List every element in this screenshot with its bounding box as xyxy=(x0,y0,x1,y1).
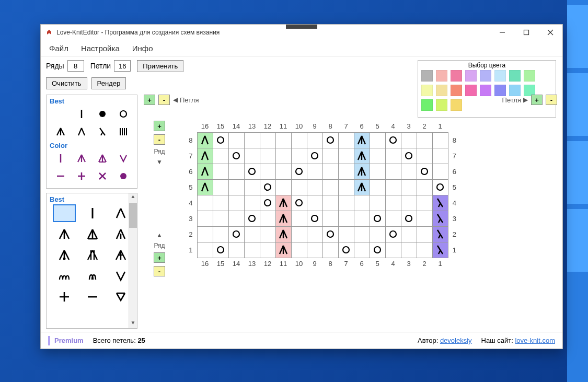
grid-cell[interactable] xyxy=(307,195,322,211)
grid-cell[interactable] xyxy=(275,132,291,148)
symbol-purl-dot[interactable] xyxy=(94,106,111,122)
symbol-color-plus[interactable] xyxy=(73,168,90,184)
grid-cell[interactable] xyxy=(432,195,448,211)
symbol2-loops[interactable] xyxy=(53,267,76,285)
grid-cell[interactable] xyxy=(260,226,275,242)
loop-left-minus-button[interactable]: - xyxy=(158,95,170,105)
grid-cell[interactable] xyxy=(260,242,275,258)
color-swatch[interactable] xyxy=(480,70,491,82)
grid-cell[interactable] xyxy=(370,148,385,164)
grid-cell[interactable] xyxy=(275,226,291,242)
grid-cell[interactable] xyxy=(291,242,307,258)
grid-cell[interactable] xyxy=(322,195,338,211)
loop-right-plus-button[interactable]: + xyxy=(531,95,543,105)
grid-cell[interactable] xyxy=(244,226,260,242)
grid-cell[interactable] xyxy=(338,211,354,226)
grid-cell[interactable] xyxy=(307,211,322,226)
grid-cell[interactable] xyxy=(432,132,448,148)
grid-cell[interactable] xyxy=(213,242,228,258)
grid-cell[interactable] xyxy=(354,195,370,211)
grid-cell[interactable] xyxy=(244,195,260,211)
menu-file[interactable]: Файл xyxy=(43,41,75,56)
grid-cell[interactable] xyxy=(401,164,417,179)
apply-button[interactable]: Применить xyxy=(137,60,183,72)
grid-cell[interactable] xyxy=(260,179,275,195)
grid-cell[interactable] xyxy=(401,195,417,211)
grid-cell[interactable] xyxy=(291,179,307,195)
grid-cell[interactable] xyxy=(385,164,401,179)
symbol-color-dash[interactable] xyxy=(52,168,70,184)
grid-cell[interactable] xyxy=(228,179,244,195)
palette-scrollbar[interactable]: ▲ ▼ xyxy=(129,193,137,328)
symbol2-cdd[interactable] xyxy=(53,225,76,243)
grid-cell[interactable] xyxy=(338,132,354,148)
grid-cell[interactable] xyxy=(244,132,260,148)
symbol2-loops2[interactable] xyxy=(81,267,104,285)
grid-cell[interactable] xyxy=(401,226,417,242)
grid-cell[interactable] xyxy=(244,211,260,226)
grid-cell[interactable] xyxy=(260,164,275,179)
clear-button[interactable]: Очистить xyxy=(46,77,87,89)
grid-cell[interactable] xyxy=(370,226,385,242)
grid-cell[interactable] xyxy=(197,148,213,164)
grid-cell[interactable] xyxy=(291,164,307,179)
symbol2-cdd-dot[interactable] xyxy=(53,246,76,264)
grid-cell[interactable] xyxy=(354,211,370,226)
rows-input[interactable] xyxy=(67,60,84,72)
grid-cell[interactable] xyxy=(275,164,291,179)
grid-cell[interactable] xyxy=(385,179,401,195)
grid-cell[interactable] xyxy=(354,226,370,242)
scroll-up-icon[interactable]: ▲ xyxy=(129,193,137,202)
row-bottom-minus-button[interactable]: - xyxy=(154,266,165,276)
grid-cell[interactable] xyxy=(370,179,385,195)
grid-cell[interactable] xyxy=(213,195,228,211)
grid-cell[interactable] xyxy=(197,164,213,179)
grid-cell[interactable] xyxy=(213,164,228,179)
grid-cell[interactable] xyxy=(307,164,322,179)
symbol-color-knit[interactable] xyxy=(52,151,70,166)
color-swatch[interactable] xyxy=(524,70,535,82)
grid-cell[interactable] xyxy=(354,242,370,258)
grid-cell[interactable] xyxy=(338,226,354,242)
site-link[interactable]: love-knit.com xyxy=(515,337,555,344)
grid-cell[interactable] xyxy=(291,195,307,211)
grid-cell[interactable] xyxy=(417,242,432,258)
symbol-knit[interactable] xyxy=(73,106,90,122)
grid-cell[interactable] xyxy=(370,211,385,226)
grid-cell[interactable] xyxy=(432,226,448,242)
grid-cell[interactable] xyxy=(244,148,260,164)
grid-cell[interactable] xyxy=(417,164,432,179)
grid-cell[interactable] xyxy=(385,148,401,164)
grid-cell[interactable] xyxy=(354,164,370,179)
grid-cell[interactable] xyxy=(244,164,260,179)
color-swatch[interactable] xyxy=(465,70,477,82)
grid-cell[interactable] xyxy=(197,195,213,211)
symbol-ribs[interactable] xyxy=(114,124,132,140)
grid-cell[interactable] xyxy=(432,148,448,164)
grid-cell[interactable] xyxy=(417,132,432,148)
grid-cell[interactable] xyxy=(385,211,401,226)
grid-cell[interactable] xyxy=(432,179,448,195)
color-swatch[interactable] xyxy=(436,70,447,82)
grid-cell[interactable] xyxy=(197,242,213,258)
menu-info[interactable]: Инфо xyxy=(126,41,159,56)
grid-cell[interactable] xyxy=(197,211,213,226)
grid-cell[interactable] xyxy=(291,148,307,164)
grid-cell[interactable] xyxy=(370,195,385,211)
close-button[interactable] xyxy=(538,25,562,40)
grid-cell[interactable] xyxy=(197,226,213,242)
grid-cell[interactable] xyxy=(197,179,213,195)
grid-cell[interactable] xyxy=(417,211,432,226)
grid-cell[interactable] xyxy=(213,211,228,226)
color-swatch[interactable] xyxy=(451,70,462,82)
grid-cell[interactable] xyxy=(213,179,228,195)
grid-cell[interactable] xyxy=(228,226,244,242)
grid-cell[interactable] xyxy=(322,132,338,148)
grid-cell[interactable] xyxy=(417,195,432,211)
color-swatch[interactable] xyxy=(421,70,433,82)
grid-cell[interactable] xyxy=(291,132,307,148)
symbol-cdd[interactable] xyxy=(52,124,70,140)
symbol-color-v[interactable] xyxy=(114,151,132,166)
row-top-plus-button[interactable]: + xyxy=(154,121,165,131)
scroll-thumb[interactable] xyxy=(129,203,137,228)
